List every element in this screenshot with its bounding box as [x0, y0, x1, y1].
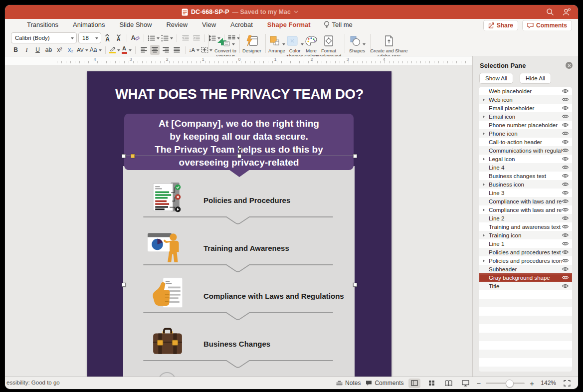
- text-highlight-button[interactable]: [109, 45, 120, 55]
- show-all-button[interactable]: Show All: [479, 73, 513, 84]
- align-left-button[interactable]: [139, 45, 149, 55]
- visibility-eye-icon[interactable]: [562, 148, 569, 153]
- selection-pane-item[interactable]: Legal icon: [479, 155, 572, 163]
- selection-pane-item[interactable]: Policies and procedures icon: [479, 256, 572, 265]
- shrink-font-button[interactable]: A: [114, 33, 123, 43]
- text-direction-button[interactable]: ↓A: [189, 45, 199, 55]
- visibility-eye-icon[interactable]: [562, 122, 569, 128]
- zoom-out-button[interactable]: −: [476, 379, 481, 388]
- visibility-eye-icon[interactable]: [562, 232, 569, 238]
- selection-pane-item[interactable]: Business changes text: [479, 172, 572, 180]
- slide-item-label[interactable]: Training and Awareness: [203, 244, 289, 252]
- visibility-eye-icon[interactable]: [562, 156, 569, 162]
- zoom-slider[interactable]: [486, 383, 525, 384]
- underline-button[interactable]: U: [33, 45, 42, 55]
- visibility-eye-icon[interactable]: [562, 241, 569, 246]
- selection-pane-item[interactable]: Training and awareness text: [479, 222, 572, 231]
- align-center-button[interactable]: [150, 45, 160, 55]
- comments-button[interactable]: Comments: [522, 20, 572, 31]
- justify-button[interactable]: [172, 45, 182, 55]
- bullets-button[interactable]: [148, 33, 160, 43]
- visibility-eye-icon[interactable]: [562, 275, 569, 280]
- visibility-eye-icon[interactable]: [562, 258, 569, 263]
- align-right-button[interactable]: [161, 45, 171, 55]
- compliance-thumbs-up-icon[interactable]: [150, 277, 185, 311]
- tab-transitions[interactable]: Transitions: [27, 21, 58, 28]
- tell-me[interactable]: Tell me: [324, 21, 353, 28]
- reading-view-button[interactable]: [442, 379, 454, 388]
- selection-pane-item[interactable]: Web icon: [479, 95, 572, 104]
- account-icon[interactable]: [562, 8, 571, 16]
- selection-pane-item[interactable]: Call-to-action header: [479, 138, 572, 146]
- tab-shape-format[interactable]: Shape Format: [267, 21, 311, 28]
- expand-chevron-icon[interactable]: [483, 234, 485, 237]
- visibility-eye-icon[interactable]: [562, 266, 569, 272]
- selection-pane-item[interactable]: Training icon: [479, 231, 572, 239]
- shapes-button[interactable]: Shapes: [346, 33, 368, 53]
- subscript-button[interactable]: x₂: [66, 45, 75, 55]
- slide-title[interactable]: WHAT DOES THE PRIVACY TEAM DO?: [87, 86, 391, 102]
- selection-pane-item[interactable]: Business icon: [479, 180, 572, 189]
- color-themes-button[interactable]: Color Themes: [285, 33, 304, 59]
- subheader-text[interactable]: At [Company], we do the right thing by k…: [124, 117, 354, 169]
- font-size-select[interactable]: 18: [78, 32, 101, 43]
- close-icon[interactable]: [566, 62, 573, 69]
- decrease-indent-button[interactable]: [181, 33, 190, 43]
- adjust-handle[interactable]: [131, 154, 135, 158]
- expand-chevron-icon[interactable]: [483, 98, 485, 101]
- selection-pane-item[interactable]: Title: [479, 282, 572, 290]
- designer-button[interactable]: Designer: [240, 33, 264, 53]
- notes-button[interactable]: Notes: [336, 380, 361, 387]
- visibility-eye-icon[interactable]: [562, 97, 569, 102]
- expand-chevron-icon[interactable]: [483, 132, 485, 135]
- selection-pane-item[interactable]: Policies and procedures text: [479, 248, 572, 256]
- visibility-eye-icon[interactable]: [562, 88, 569, 94]
- selection-handle[interactable]: [122, 283, 126, 287]
- visibility-eye-icon[interactable]: [562, 190, 569, 196]
- slide-item-label[interactable]: Policies and Procedures: [203, 196, 290, 204]
- share-button[interactable]: Share: [483, 20, 518, 31]
- selection-pane-item[interactable]: Line 4: [479, 163, 572, 172]
- normal-view-button[interactable]: [408, 379, 420, 388]
- zoom-in-button[interactable]: +: [530, 379, 534, 388]
- format-background-button[interactable]: Format Background: [314, 33, 343, 59]
- fit-slide-to-window-button[interactable]: [561, 379, 573, 388]
- selection-pane-item[interactable]: Subheader: [479, 265, 572, 273]
- arrange-button[interactable]: Arrange: [266, 33, 287, 53]
- visibility-eye-icon[interactable]: [562, 215, 569, 221]
- selection-pane-item[interactable]: Phone number placeholder: [479, 121, 572, 129]
- expand-chevron-icon[interactable]: [483, 183, 485, 186]
- expand-chevron-icon[interactable]: [483, 115, 485, 118]
- increase-indent-button[interactable]: [192, 33, 201, 43]
- visibility-eye-icon[interactable]: [562, 105, 569, 111]
- policies-and-procedures-icon[interactable]: [151, 182, 184, 215]
- grow-font-button[interactable]: A: [103, 33, 112, 43]
- zoom-level[interactable]: 142%: [539, 380, 556, 387]
- hide-all-button[interactable]: Hide All: [520, 73, 551, 84]
- selection-pane-item[interactable]: Compliance with laws and regulati...: [479, 197, 572, 205]
- expand-chevron-icon[interactable]: [483, 259, 485, 262]
- search-icon[interactable]: [546, 8, 554, 16]
- italic-button[interactable]: I: [22, 45, 31, 55]
- slideshow-view-button[interactable]: [459, 379, 471, 388]
- selection-pane-item[interactable]: Phone icon: [479, 129, 572, 138]
- comments-toggle-button[interactable]: Comments: [366, 380, 403, 387]
- expand-chevron-icon[interactable]: [483, 158, 485, 161]
- visibility-eye-icon[interactable]: [562, 173, 569, 179]
- slide-item-label[interactable]: Compliance with Laws and Regulations: [203, 292, 344, 300]
- visibility-eye-icon[interactable]: [562, 207, 569, 212]
- tab-view[interactable]: View: [202, 21, 216, 28]
- selection-pane-item[interactable]: Line 3: [479, 189, 572, 197]
- expand-chevron-icon[interactable]: [483, 208, 485, 211]
- superscript-button[interactable]: x²: [55, 45, 64, 55]
- convert-to-smartart-button[interactable]: Convert to SmartArt: [210, 33, 241, 59]
- tab-review[interactable]: Review: [166, 21, 188, 28]
- visibility-eye-icon[interactable]: [562, 198, 569, 204]
- slide[interactable]: WHAT DOES THE PRIVACY TEAM DO? At [Compa…: [87, 71, 391, 377]
- visibility-eye-icon[interactable]: [562, 131, 569, 136]
- font-name-select[interactable]: Calibri (Body): [11, 32, 77, 43]
- tab-slide-show[interactable]: Slide Show: [119, 21, 152, 28]
- selection-pane-item[interactable]: Web placeholder: [479, 87, 572, 95]
- selection-pane-item[interactable]: Compliance with laws and regulati...: [479, 205, 572, 214]
- selection-pane-item[interactable]: Email icon: [479, 112, 572, 121]
